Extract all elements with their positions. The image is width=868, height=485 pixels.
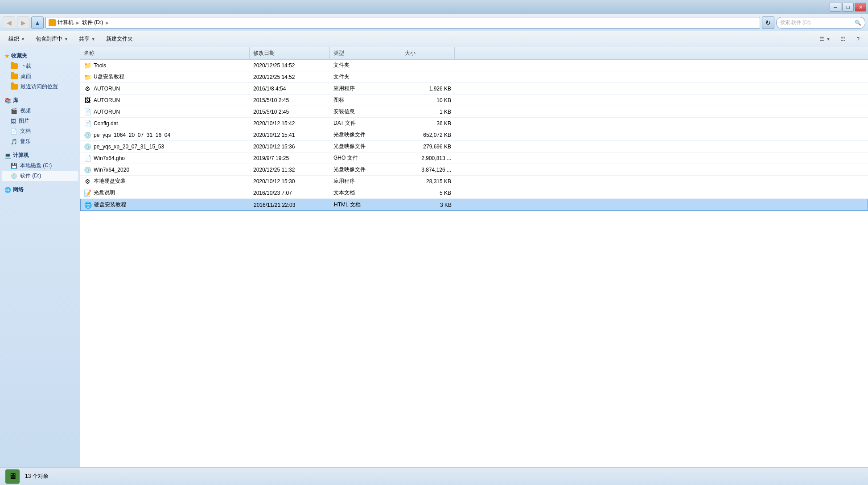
search-bar[interactable]: 搜索 软件 (D:) 🔍: [776, 17, 865, 29]
sidebar-item-pictures[interactable]: 🖼 图片: [2, 116, 78, 126]
file-size-cell: 652,072 KB: [401, 129, 455, 140]
file-icon: ⚙: [84, 85, 91, 92]
share-label: 共享: [79, 35, 90, 43]
forward-button[interactable]: ▶: [17, 16, 29, 29]
file-type-cell: 光盘映像文件: [330, 129, 401, 140]
share-button[interactable]: 共享 ▼: [74, 33, 100, 45]
maximize-button[interactable]: □: [842, 3, 854, 12]
folder-icon: [11, 63, 18, 69]
header-name[interactable]: 名称: [80, 47, 250, 59]
table-row[interactable]: 📁U盘安装教程2020/12/25 14:52文件夹: [80, 71, 868, 83]
include-button[interactable]: 包含到库中 ▼: [31, 33, 73, 45]
toolbar: 组织 ▼ 包含到库中 ▼ 共享 ▼ 新建文件夹 ☰▼ ☷ ?: [0, 31, 868, 47]
network-icon: 🌐: [4, 187, 11, 193]
sidebar-item-downloads[interactable]: 下载: [2, 61, 78, 71]
view-options-button[interactable]: ☰▼: [815, 33, 835, 45]
file-size-cell: 3 KB: [402, 199, 455, 210]
table-row[interactable]: 🌐硬盘安装教程2016/11/21 22:03HTML 文档3 KB: [80, 199, 868, 211]
file-icon: 📁: [84, 74, 91, 81]
sidebar-item-videos[interactable]: 🎬 视频: [2, 106, 78, 116]
file-name-cell: 💿pe_yqs_1064_20_07_31_16_04: [80, 129, 250, 140]
file-name: Tools: [94, 62, 106, 69]
up-button[interactable]: ▲: [31, 16, 44, 29]
library-icon: 📚: [4, 98, 11, 104]
sidebar-item-recent[interactable]: 最近访问的位置: [2, 82, 78, 92]
file-date-cell: 2015/5/10 2:45: [250, 106, 330, 117]
star-icon: ★: [4, 53, 9, 59]
network-header[interactable]: 🌐 网络: [2, 185, 78, 195]
file-name-cell: 📁U盘安装教程: [80, 71, 250, 82]
organize-button[interactable]: 组织 ▼: [4, 33, 30, 45]
file-name-cell: 📝光盘说明: [80, 187, 250, 198]
table-row[interactable]: 📄AUTORUN2015/5/10 2:45安装信息1 KB: [80, 106, 868, 118]
search-icon[interactable]: 🔍: [855, 20, 861, 26]
table-row[interactable]: 💿pe_yqs_1064_20_07_31_16_042020/10/12 15…: [80, 129, 868, 141]
filelist-body: 📁Tools2020/12/25 14:52文件夹📁U盘安装教程2020/12/…: [80, 60, 868, 211]
file-size-cell: [401, 71, 455, 82]
file-date-cell: 2019/9/7 19:25: [250, 152, 330, 164]
computer-header[interactable]: 💻 计算机: [2, 150, 78, 160]
file-date-cell: 2020/10/12 15:41: [250, 129, 330, 140]
favorites-header[interactable]: ★ 收藏夹: [2, 51, 78, 61]
file-size-cell: 1,926 KB: [401, 83, 455, 94]
back-button[interactable]: ◀: [3, 16, 15, 29]
sidebar-item-music[interactable]: 🎵 音乐: [2, 136, 78, 147]
sidebar-item-desktop[interactable]: 桌面: [2, 71, 78, 82]
new-folder-label: 新建文件夹: [106, 35, 133, 43]
organize-label: 组织: [8, 35, 19, 43]
table-row[interactable]: 📄Win7x64.gho2019/9/7 19:25GHO 文件2,900,81…: [80, 152, 868, 164]
file-name-cell: 📄Win7x64.gho: [80, 152, 250, 164]
header-date[interactable]: 修改日期: [250, 47, 330, 59]
file-name-cell: 📁Tools: [80, 60, 250, 71]
minimize-button[interactable]: ─: [830, 3, 841, 12]
file-icon: 💿: [84, 166, 91, 173]
file-type-cell: 光盘映像文件: [330, 141, 401, 152]
refresh-button[interactable]: ↻: [762, 16, 774, 29]
library-section: 📚 库 🎬 视频 🖼 图片 📄 文档 🎵 音乐: [2, 95, 78, 147]
file-date-cell: 2020/12/25 11:32: [250, 164, 330, 175]
header-size[interactable]: 大小: [401, 47, 455, 59]
table-row[interactable]: 💿Win7x64_20202020/12/25 11:32光盘映像文件3,874…: [80, 164, 868, 176]
file-size-cell: 279,696 KB: [401, 141, 455, 152]
file-name-cell: 🌐硬盘安装教程: [81, 199, 250, 210]
folder-icon: [11, 74, 18, 79]
sidebar-item-d-drive[interactable]: 💿 软件 (D:): [2, 171, 78, 181]
file-type-cell: GHO 文件: [330, 152, 401, 164]
video-icon: 🎬: [11, 108, 17, 114]
details-button[interactable]: ☷: [836, 33, 851, 45]
breadcrumb[interactable]: 计算机 ► 软件 (D:) ►: [45, 17, 760, 29]
breadcrumb-computer[interactable]: 计算机: [58, 19, 74, 26]
library-label: 库: [13, 97, 18, 104]
share-arrow: ▼: [91, 37, 95, 41]
sidebar-item-c-drive[interactable]: 💾 本地磁盘 (C:): [2, 160, 78, 171]
file-type-cell: 应用程序: [330, 176, 401, 187]
include-label: 包含到库中: [36, 35, 62, 43]
close-button[interactable]: ✕: [855, 3, 866, 12]
file-name-cell: 📄Config.dat: [80, 118, 250, 129]
filelist: 名称 修改日期 类型 大小 📁Tools2020/12/25 14:52文件夹📁…: [80, 47, 868, 467]
table-row[interactable]: 📁Tools2020/12/25 14:52文件夹: [80, 60, 868, 71]
file-icon: ⚙: [84, 178, 91, 185]
help-button[interactable]: ?: [852, 33, 864, 45]
table-row[interactable]: 📄Config.dat2020/10/12 15:42DAT 文件36 KB: [80, 118, 868, 129]
file-name: Config.dat: [94, 120, 118, 127]
breadcrumb-drive[interactable]: 软件 (D:): [82, 19, 103, 26]
table-row[interactable]: ⚙AUTORUN2016/1/8 4:54应用程序1,926 KB: [80, 83, 868, 95]
header-type[interactable]: 类型: [330, 47, 401, 59]
file-date-cell: 2020/12/25 14:52: [250, 60, 330, 71]
file-date-cell: 2020/10/12 15:42: [250, 118, 330, 129]
new-folder-button[interactable]: 新建文件夹: [101, 33, 138, 45]
folder-icon: [11, 84, 18, 90]
file-size-cell: 36 KB: [401, 118, 455, 129]
table-row[interactable]: 💿pe_yqs_xp_20_07_31_15_532020/10/12 15:3…: [80, 141, 868, 152]
file-icon: 📄: [84, 108, 91, 115]
computer-section: 💻 计算机 💾 本地磁盘 (C:) 💿 软件 (D:): [2, 150, 78, 181]
file-name: U盘安装教程: [94, 73, 124, 81]
table-row[interactable]: ⚙本地硬盘安装2020/10/12 15:30应用程序28,315 KB: [80, 176, 868, 187]
sidebar-item-documents[interactable]: 📄 文档: [2, 126, 78, 136]
file-name: 本地硬盘安装: [94, 177, 126, 185]
table-row[interactable]: 📝光盘说明2016/10/23 7:07文本文档5 KB: [80, 187, 868, 199]
file-size-cell: 5 KB: [401, 187, 455, 198]
table-row[interactable]: 🖼AUTORUN2015/5/10 2:45图标10 KB: [80, 95, 868, 106]
library-header[interactable]: 📚 库: [2, 95, 78, 106]
